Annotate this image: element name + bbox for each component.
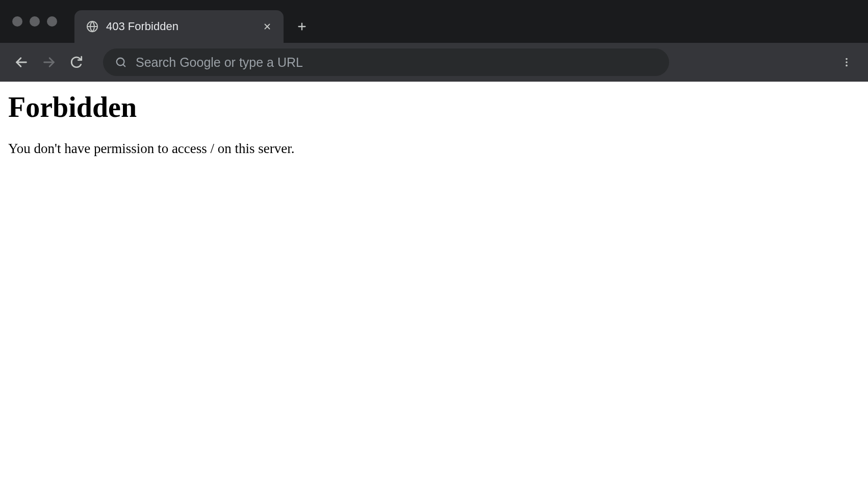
toolbar: Search Google or type a URL [0, 43, 868, 82]
close-tab-button[interactable] [260, 19, 274, 34]
reload-button[interactable] [65, 51, 88, 73]
browser-tab[interactable]: 403 Forbidden [74, 10, 284, 43]
tab-title: 403 Forbidden [106, 20, 253, 33]
svg-point-9 [846, 58, 848, 60]
page-content: Forbidden You don't have permission to a… [0, 82, 868, 166]
minimize-window-button[interactable] [30, 16, 40, 27]
menu-button[interactable] [835, 51, 858, 73]
maximize-window-button[interactable] [47, 16, 57, 27]
back-button[interactable] [10, 51, 33, 73]
window-controls [12, 16, 57, 27]
error-heading: Forbidden [8, 91, 860, 123]
svg-point-10 [846, 61, 848, 63]
address-bar-placeholder: Search Google or type a URL [136, 55, 303, 70]
new-tab-button[interactable] [290, 14, 314, 39]
close-window-button[interactable] [12, 16, 22, 27]
error-message: You don't have permission to access / on… [8, 141, 860, 157]
svg-line-8 [123, 64, 125, 66]
search-icon [115, 57, 126, 68]
globe-icon [86, 20, 99, 33]
forward-button[interactable] [38, 51, 60, 73]
tab-bar: 403 Forbidden [0, 0, 868, 43]
browser-chrome: 403 Forbidden [0, 0, 868, 82]
address-bar[interactable]: Search Google or type a URL [103, 48, 669, 76]
svg-point-11 [846, 65, 848, 67]
